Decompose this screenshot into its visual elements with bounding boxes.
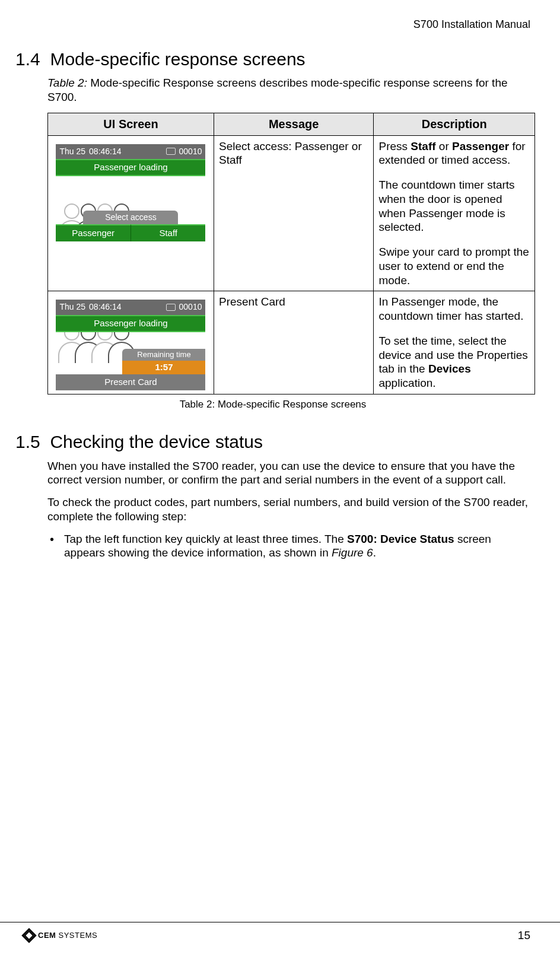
present-card-bar: Present Card [56, 374, 205, 390]
monitor-icon [166, 304, 176, 311]
cell-description: Press Staff or Passenger for extended or… [374, 135, 535, 291]
status-time: 08:46:14 [89, 147, 122, 157]
th-description: Description [374, 113, 535, 135]
monitor-icon [166, 148, 176, 155]
table-2-caption: Table 2: Mode-specific Response screens [15, 398, 530, 411]
ui-mode-bar: Passenger loading [56, 159, 205, 176]
section-1-5-heading: 1.5 Checking the device status [15, 431, 530, 453]
page-footer: CEM SYSTEMS 15 [0, 922, 560, 943]
ui-status-bar: Thu 25 08:46:14 00010 [56, 144, 205, 160]
brand-name: CEM SYSTEMS [38, 931, 97, 940]
section-number: 1.4 [15, 49, 40, 69]
brand-a: CEM [38, 931, 56, 940]
bullet-text: Tap the left function key quickly at lea… [64, 533, 347, 545]
status-counter: 00010 [179, 147, 202, 157]
intro-text: Mode-specific Response screens describes… [47, 77, 508, 103]
bullet-text: . [373, 546, 376, 559]
desc-text: Swipe your card to prompt the user to ex… [378, 245, 530, 287]
desc-bold: Staff [411, 140, 435, 152]
select-access-label: Select access [83, 211, 178, 225]
th-message: Message [214, 113, 374, 135]
th-ui-screen: UI Screen [48, 113, 214, 135]
step-list: Tap the left function key quickly at lea… [47, 532, 530, 561]
section-1-4-heading: 1.4 Mode-specific response screens [15, 48, 530, 71]
section-1-5-p2: To check the product codes, part numbers… [47, 495, 530, 524]
ui-body: Select access Passenger Staff [56, 176, 205, 241]
table-row: Thu 25 08:46:14 00010 Passenger loading [48, 135, 535, 291]
table-ref: Table 2: [47, 77, 87, 89]
desc-text: application. [378, 377, 435, 389]
section-title: Mode-specific response screens [50, 49, 305, 69]
list-item: Tap the left function key quickly at lea… [47, 532, 530, 561]
ui-status-bar: Thu 25 08:46:14 00010 [56, 300, 205, 315]
ui-mode-bar: Passenger loading [56, 315, 205, 332]
logo-icon [21, 928, 36, 943]
cell-description: In Passenger mode, the countdown timer h… [374, 291, 535, 394]
ui-mock-present-card: Thu 25 08:46:14 00010 Passenger loading [56, 300, 205, 390]
status-time: 08:46:14 [89, 302, 122, 313]
ui-mock-select-access: Thu 25 08:46:14 00010 Passenger loading [56, 144, 205, 241]
brand-b: SYSTEMS [59, 931, 98, 940]
desc-bold: Devices [428, 362, 471, 375]
desc-text: In Passenger mode, the countdown timer h… [378, 295, 530, 323]
cell-message: Present Card [214, 291, 374, 394]
table-row: Thu 25 08:46:14 00010 Passenger loading [48, 291, 535, 394]
table-2: UI Screen Message Description Thu 25 08:… [47, 113, 535, 394]
section-number: 1.5 [15, 432, 40, 451]
desc-bold: Passenger [452, 140, 509, 152]
desc-text: Press [378, 140, 411, 152]
ui-body: Remaining time 1:57 Present Card [56, 332, 205, 390]
footer-logo: CEM SYSTEMS [24, 930, 97, 941]
remaining-time-value: 1:57 [122, 361, 205, 374]
remaining-time-label: Remaining time [122, 349, 205, 361]
cell-message: Select access: Passenger or Staff [214, 135, 374, 291]
passenger-button[interactable]: Passenger [56, 224, 131, 241]
status-date: Thu 25 [59, 147, 85, 157]
staff-button[interactable]: Staff [131, 224, 206, 241]
status-date: Thu 25 [59, 302, 85, 313]
section-title: Checking the device status [50, 432, 263, 451]
cell-ui-screen: Thu 25 08:46:14 00010 Passenger loading [48, 135, 214, 291]
section-1-4-intro: Table 2: Mode-specific Response screens … [47, 76, 530, 104]
section-1-5-p1: When you have installed the S700 reader,… [47, 459, 530, 488]
desc-text: or [436, 140, 452, 152]
status-counter: 00010 [179, 302, 202, 313]
bullet-bold: S700: Device Status [347, 533, 454, 545]
desc-text: The countdown timer starts when the door… [378, 178, 530, 234]
page-number: 15 [518, 928, 530, 943]
running-header: S700 Installation Manual [15, 18, 530, 31]
cell-ui-screen: Thu 25 08:46:14 00010 Passenger loading [48, 291, 214, 394]
figure-ref: Figure 6 [332, 546, 373, 559]
